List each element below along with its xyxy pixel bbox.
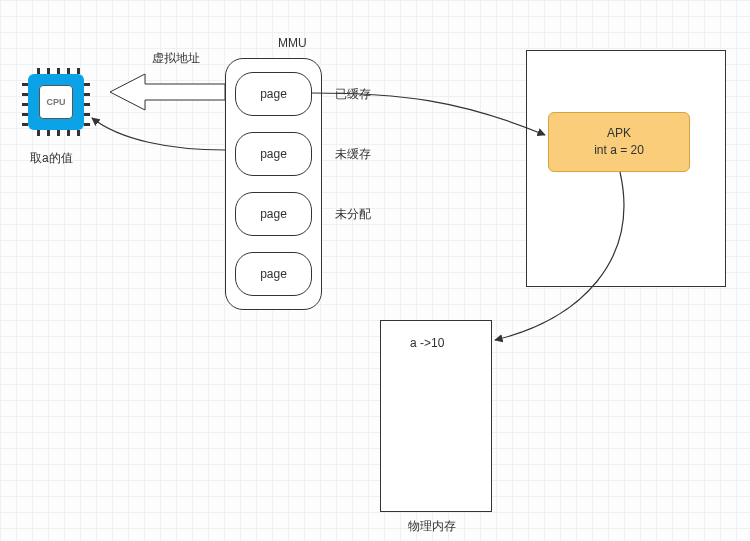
cpu-caption: 取a的值 bbox=[30, 150, 73, 167]
mmu-title: MMU bbox=[278, 36, 307, 50]
apk-box: APK int a = 20 bbox=[548, 112, 690, 172]
mmu-page-0: page bbox=[235, 72, 312, 116]
mmu-page-2: page bbox=[235, 192, 312, 236]
page-label: page bbox=[260, 267, 287, 281]
page-status-cached: 已缓存 bbox=[335, 86, 371, 103]
page-label: page bbox=[260, 87, 287, 101]
page-status-unalloc: 未分配 bbox=[335, 206, 371, 223]
cpu-chip: CPU bbox=[25, 71, 87, 133]
virtual-address-label: 虚拟地址 bbox=[152, 50, 200, 67]
page-status-uncached: 未缓存 bbox=[335, 146, 371, 163]
arrow-mmu-to-cpu bbox=[110, 74, 225, 110]
cpu-core: CPU bbox=[39, 85, 73, 119]
arrow-mmu-to-cpu-lower bbox=[92, 118, 225, 150]
memory-title: 物理内存 bbox=[408, 518, 456, 535]
apk-name: APK bbox=[607, 125, 631, 142]
page-label: page bbox=[260, 147, 287, 161]
diagram-canvas: CPU 取a的值 虚拟地址 MMU page page page page 已缓… bbox=[0, 0, 750, 541]
mmu-page-1: page bbox=[235, 132, 312, 176]
page-label: page bbox=[260, 207, 287, 221]
apk-var: int a = 20 bbox=[594, 142, 644, 159]
memory-entry: a ->10 bbox=[410, 336, 444, 350]
mmu-page-3: page bbox=[235, 252, 312, 296]
cpu-label: CPU bbox=[46, 97, 65, 107]
